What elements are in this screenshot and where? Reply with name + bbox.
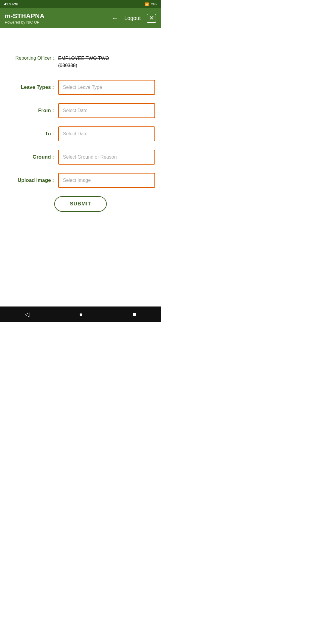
ground-label: Ground : <box>6 154 58 160</box>
nav-bar: ◁ ● ■ <box>0 306 161 322</box>
close-button[interactable]: ✕ <box>147 14 156 23</box>
from-row: From : <box>6 103 155 118</box>
status-time: 4:09 PM <box>4 2 18 6</box>
from-date-input[interactable] <box>58 103 155 118</box>
to-date-input[interactable] <box>58 126 155 141</box>
leave-types-label: Leave Types : <box>6 84 58 90</box>
reporting-officer-value: EMPLOYEE TWO TWO(030338) <box>58 55 109 69</box>
from-label: From : <box>6 108 58 114</box>
network-icon: 📶 <box>145 2 149 6</box>
nav-home-button[interactable]: ● <box>73 309 89 320</box>
status-icons: 📶 73% <box>145 2 157 6</box>
reporting-officer-label: Reporting Officer : <box>6 55 58 61</box>
reporting-officer-row: Reporting Officer : EMPLOYEE TWO TWO(030… <box>6 55 155 69</box>
app-title: m-STHAPNA <box>5 12 44 20</box>
nav-back-button[interactable]: ◁ <box>19 308 35 320</box>
upload-image-input[interactable] <box>58 173 155 188</box>
app-bar: m-STHAPNA Powered by NIC UP ← Logout ✕ <box>0 8 161 28</box>
upload-image-label: Upload image : <box>6 177 58 183</box>
leave-types-row: Leave Types : <box>6 80 155 95</box>
nav-recent-button[interactable]: ■ <box>126 309 142 320</box>
upload-image-row: Upload image : <box>6 173 155 188</box>
back-button[interactable]: ← <box>112 14 118 22</box>
form-section: Reporting Officer : EMPLOYEE TWO TWO(030… <box>6 55 155 212</box>
to-label: To : <box>6 131 58 137</box>
main-content: Reporting Officer : EMPLOYEE TWO TWO(030… <box>0 28 161 306</box>
status-bar: 4:09 PM 📶 73% <box>0 0 161 8</box>
submit-row: SUBMIT <box>6 196 155 212</box>
to-row: To : <box>6 126 155 141</box>
leave-types-input[interactable] <box>58 80 155 95</box>
ground-row: Ground : <box>6 150 155 165</box>
app-title-block: m-STHAPNA Powered by NIC UP <box>5 12 44 24</box>
app-subtitle: Powered by NIC UP <box>5 20 44 24</box>
battery-label: 73% <box>150 2 157 6</box>
ground-input[interactable] <box>58 150 155 165</box>
logout-button[interactable]: Logout <box>124 15 141 21</box>
app-bar-actions: ← Logout ✕ <box>112 14 156 23</box>
submit-button[interactable]: SUBMIT <box>54 196 106 212</box>
